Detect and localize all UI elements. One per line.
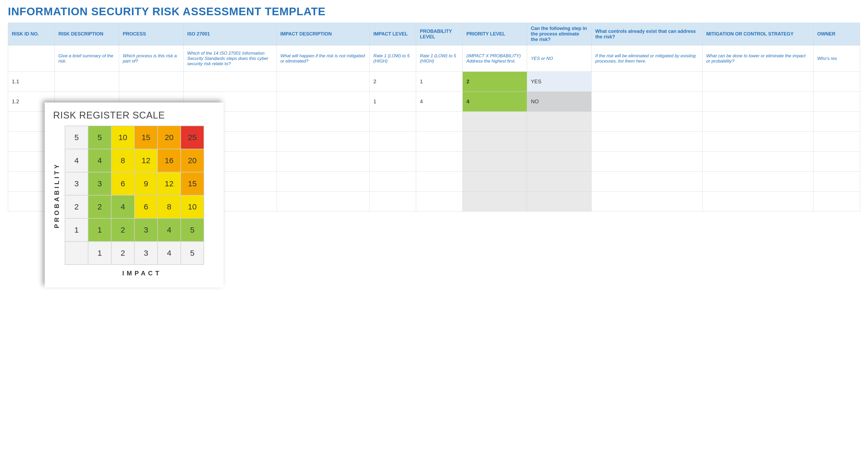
hint-cell: If the risk will be eliminated or mitiga…: [592, 45, 703, 72]
cell[interactable]: [463, 132, 527, 151]
cell[interactable]: [276, 151, 370, 172]
cell[interactable]: [527, 132, 592, 151]
hint-cell: [8, 45, 55, 72]
cell[interactable]: [370, 151, 416, 172]
cell[interactable]: NO: [527, 92, 592, 112]
table-row[interactable]: 1.1212YES: [8, 72, 860, 92]
hint-cell: Who's res: [813, 45, 860, 72]
col-owner: OWNER: [813, 23, 860, 45]
cell[interactable]: [703, 112, 813, 132]
col-prob-level: PROBABILITY LEVEL: [416, 23, 463, 45]
col-impact-desc: IMPACT DESCRIPTION: [276, 23, 370, 45]
cell[interactable]: [592, 132, 703, 151]
cell[interactable]: 1: [370, 92, 416, 112]
col-mitigation: MITIGATION OR CONTROL STRATEGY: [703, 23, 813, 45]
cell[interactable]: [119, 72, 183, 92]
col-process: PROCESS: [119, 23, 183, 45]
matrix-cell: 6: [134, 195, 158, 217]
cell[interactable]: [416, 132, 463, 151]
cell[interactable]: 4: [463, 92, 527, 112]
cell[interactable]: [276, 192, 370, 211]
cell[interactable]: [463, 151, 527, 172]
cell[interactable]: YES: [527, 72, 592, 92]
matrix-cell: 9: [134, 172, 158, 195]
cell[interactable]: [703, 172, 813, 192]
cell[interactable]: [813, 151, 860, 172]
cell[interactable]: [703, 92, 813, 112]
cell[interactable]: [592, 192, 703, 211]
cell[interactable]: [592, 112, 703, 132]
page-title: INFORMATION SECURITY RISK ASSESSMENT TEM…: [8, 5, 860, 18]
cell[interactable]: [703, 132, 813, 151]
cell[interactable]: [527, 151, 592, 172]
hint-cell: YES or NO: [527, 45, 592, 72]
cell[interactable]: [416, 172, 463, 192]
cell[interactable]: [592, 172, 703, 192]
cell[interactable]: [276, 72, 370, 92]
cell[interactable]: [703, 72, 813, 92]
cell[interactable]: [592, 151, 703, 172]
cell[interactable]: [416, 112, 463, 132]
matrix-cell: 4: [88, 149, 111, 172]
cell[interactable]: [276, 172, 370, 192]
cell[interactable]: [370, 112, 416, 132]
cell[interactable]: [813, 192, 860, 211]
matrix-prob-header: 5: [65, 126, 88, 149]
col-iso: ISO 27001: [183, 23, 276, 45]
cell[interactable]: [703, 151, 813, 172]
hint-cell: Rate 1 (LOW) to 5 (HIGH): [370, 45, 416, 72]
matrix-cell: 8: [158, 195, 181, 217]
matrix-cell: 12: [134, 149, 158, 172]
risk-register-card: RISK REGISTER SCALE PROBABILITY 55101520…: [45, 102, 224, 217]
cell[interactable]: [592, 72, 703, 92]
cell[interactable]: [703, 192, 813, 211]
cell[interactable]: 1: [416, 72, 463, 92]
cell[interactable]: [416, 151, 463, 172]
matrix-cell: 16: [158, 149, 181, 172]
col-priority: PRIORITY LEVEL: [463, 23, 527, 45]
matrix-cell: 15: [134, 126, 158, 149]
col-controls: What controls already exist that can add…: [592, 23, 703, 45]
cell[interactable]: 2: [463, 72, 527, 92]
cell[interactable]: [276, 112, 370, 132]
cell[interactable]: [813, 112, 860, 132]
table-header-row: RISK ID NO. RISK DESCRIPTION PROCESS ISO…: [8, 23, 860, 45]
cell[interactable]: [55, 72, 119, 92]
cell[interactable]: [813, 72, 860, 92]
matrix-prob-header: 2: [65, 195, 88, 217]
hint-cell: What can be done to lower or eliminate t…: [703, 45, 813, 72]
cell[interactable]: [527, 112, 592, 132]
hint-cell: (IMPACT X PROBABILITY) Address the highe…: [463, 45, 527, 72]
risk-matrix: 5510152025448121620336912152246810112345…: [65, 126, 204, 217]
cell[interactable]: [813, 172, 860, 192]
table-hint-row: Give a brief summary of the risk. Which …: [8, 45, 860, 72]
matrix-cell: 4: [111, 195, 134, 217]
matrix-cell: 2: [88, 195, 111, 217]
col-risk-desc: RISK DESCRIPTION: [55, 23, 119, 45]
matrix-cell: 20: [181, 149, 204, 172]
cell[interactable]: [527, 192, 592, 211]
cell[interactable]: [183, 72, 276, 92]
matrix-cell: 10: [181, 195, 204, 217]
cell[interactable]: [370, 132, 416, 151]
cell[interactable]: [813, 132, 860, 151]
cell[interactable]: [370, 192, 416, 211]
matrix-cell: 12: [158, 172, 181, 195]
cell[interactable]: 1.1: [8, 72, 55, 92]
matrix-cell: 3: [88, 172, 111, 195]
cell[interactable]: [463, 192, 527, 211]
cell[interactable]: 2: [370, 72, 416, 92]
cell[interactable]: [813, 92, 860, 112]
cell[interactable]: [463, 172, 527, 192]
hint-cell: Which process is this risk a part of?: [119, 45, 183, 72]
cell[interactable]: 4: [416, 92, 463, 112]
cell[interactable]: [276, 92, 370, 112]
matrix-cell: 8: [111, 149, 134, 172]
cell[interactable]: [276, 132, 370, 151]
cell[interactable]: [463, 112, 527, 132]
cell[interactable]: [370, 172, 416, 192]
cell[interactable]: [527, 172, 592, 192]
y-axis-label: PROBABILITY: [53, 162, 61, 217]
cell[interactable]: [592, 92, 703, 112]
cell[interactable]: [416, 192, 463, 211]
